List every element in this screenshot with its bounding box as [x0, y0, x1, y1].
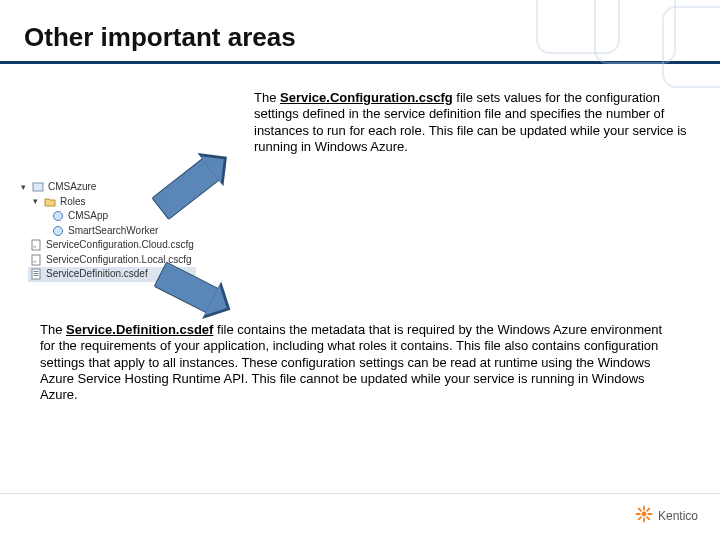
caret-down-icon: ▾ — [30, 195, 40, 208]
config-file-icon: ‹› — [30, 254, 42, 266]
svg-rect-8 — [34, 271, 39, 272]
text: The — [40, 322, 66, 337]
filename-servicedefinition: Service.Definition.csdef — [66, 322, 213, 337]
brand-label: Kentico — [658, 509, 698, 523]
tree-label: ServiceDefinition.csdef — [46, 267, 148, 282]
svg-rect-10 — [34, 275, 39, 276]
tree-label: SmartSearchWorker — [68, 224, 158, 239]
svg-text:‹›: ‹› — [33, 258, 37, 264]
caret-down-icon: ▾ — [18, 181, 28, 194]
svg-point-11 — [642, 512, 647, 517]
svg-rect-0 — [33, 183, 43, 191]
footer-divider — [0, 493, 720, 494]
svg-line-18 — [639, 517, 641, 519]
worker-role-icon — [52, 225, 64, 237]
tree-label: CMSApp — [68, 209, 108, 224]
description-servicedefinition: The Service.Definition.csdef file contai… — [40, 322, 680, 403]
definition-file-icon — [30, 268, 42, 280]
description-serviceconfiguration: The Service.Configuration.cscfg file set… — [254, 90, 706, 155]
text: The — [254, 90, 280, 105]
config-file-icon: ‹› — [30, 239, 42, 251]
tree-label: CMSAzure — [48, 180, 96, 195]
tree-node-config-cloud[interactable]: ‹› ServiceConfiguration.Cloud.cscfg — [28, 238, 196, 253]
project-icon — [32, 181, 44, 193]
tree-label: ServiceConfiguration.Cloud.cscfg — [46, 238, 194, 253]
brand-footer: Kentico — [635, 505, 698, 526]
svg-line-16 — [639, 509, 641, 511]
tree-label: Roles — [60, 195, 86, 210]
svg-point-2 — [54, 226, 63, 235]
folder-icon — [44, 196, 56, 208]
kentico-logo-icon — [635, 505, 653, 526]
web-role-icon — [52, 210, 64, 222]
filename-serviceconfiguration: Service.Configuration.cscfg — [280, 90, 453, 105]
svg-line-17 — [647, 517, 649, 519]
svg-text:‹›: ‹› — [33, 243, 37, 249]
svg-rect-9 — [34, 273, 39, 274]
svg-point-1 — [54, 212, 63, 221]
svg-line-19 — [647, 509, 649, 511]
tree-node-role[interactable]: SmartSearchWorker — [50, 224, 196, 239]
page-title: Other important areas — [0, 0, 720, 64]
